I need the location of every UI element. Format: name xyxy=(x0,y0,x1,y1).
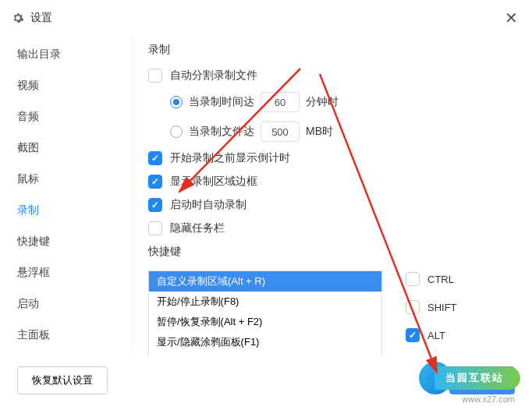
label-show-border: 显示录制区域边框 xyxy=(170,175,257,189)
sidebar-item-output[interactable]: 输出目录 xyxy=(0,39,132,70)
modifier-column: CTRL SHIFT ALT xyxy=(406,270,457,342)
hotkey-list[interactable]: 自定义录制区域(Alt + R) 开始/停止录制(F8) 暂停/恢复录制(Alt… xyxy=(148,270,382,355)
sidebar-item-mouse[interactable]: 鼠标 xyxy=(0,164,132,195)
sidebar-item-screenshot[interactable]: 截图 xyxy=(0,133,132,164)
watermark-text: 当园互联站 xyxy=(434,366,520,390)
checkbox-shift[interactable] xyxy=(406,300,420,314)
row-auto-record: 启动时自动录制 xyxy=(148,198,532,212)
checkbox-countdown[interactable] xyxy=(148,151,162,165)
main-area: 输出目录 视频 音频 截图 鼠标 录制 快捷键 悬浮框 启动 主面板 录制 自动… xyxy=(0,35,532,355)
sidebar-item-mainpanel[interactable]: 主面板 xyxy=(0,320,132,351)
input-time-value[interactable] xyxy=(261,92,300,112)
content-panel: 录制 自动分割录制文件 当录制时间达 分钟时 当录制文件达 MB时 开始录制之前… xyxy=(133,35,532,355)
radio-by-size[interactable] xyxy=(170,125,183,138)
label-countdown: 开始录制之前显示倒计时 xyxy=(170,151,290,165)
section-title-hotkey: 快捷键 xyxy=(148,245,532,259)
radio-by-time[interactable] xyxy=(170,96,183,108)
sidebar-item-video[interactable]: 视频 xyxy=(0,70,132,101)
sidebar-item-startup[interactable]: 启动 xyxy=(0,288,132,320)
row-auto-split: 自动分割录制文件 xyxy=(148,69,532,83)
checkbox-hide-taskbar[interactable] xyxy=(148,221,162,235)
label-auto-record: 启动时自动录制 xyxy=(170,198,246,212)
close-button[interactable]: ✕ xyxy=(502,9,520,27)
checkbox-ctrl[interactable] xyxy=(406,272,420,286)
label-hide-taskbar: 隐藏任务栏 xyxy=(170,221,225,235)
label-by-time-suffix: 分钟时 xyxy=(306,95,339,109)
checkbox-auto-record[interactable] xyxy=(148,198,162,212)
watermark-url: www.x27.com xyxy=(462,394,515,404)
label-shift: SHIFT xyxy=(427,302,457,313)
row-by-time: 当录制时间达 分钟时 xyxy=(148,92,532,112)
hotkey-area: 自定义录制区域(Alt + R) 开始/停止录制(F8) 暂停/恢复录制(Alt… xyxy=(148,270,532,355)
hotkey-item-start-stop[interactable]: 开始/停止录制(F8) xyxy=(149,292,381,312)
checkbox-alt[interactable] xyxy=(406,328,420,342)
modifier-shift-row: SHIFT xyxy=(406,300,457,314)
hotkey-item-pause-resume[interactable]: 暂停/恢复录制(Alt + F2) xyxy=(149,312,381,332)
label-by-size-suffix: MB时 xyxy=(306,125,333,139)
section-title-record: 录制 xyxy=(148,43,532,57)
label-by-size-prefix: 当录制文件达 xyxy=(189,125,254,139)
modifier-ctrl-row: CTRL xyxy=(406,272,457,286)
label-ctrl: CTRL xyxy=(427,274,454,285)
checkbox-show-border[interactable] xyxy=(148,175,162,189)
row-by-size: 当录制文件达 MB时 xyxy=(148,122,532,142)
gear-icon xyxy=(12,12,24,24)
hotkey-item-doodle-panel[interactable]: 显示/隐藏涂鸦面板(F1) xyxy=(149,332,381,352)
hotkey-item-custom-region[interactable]: 自定义录制区域(Alt + R) xyxy=(149,271,381,292)
sidebar-item-hotkey[interactable]: 快捷键 xyxy=(0,226,132,257)
row-show-border: 显示录制区域边框 xyxy=(148,175,532,189)
modifier-alt-row: ALT xyxy=(406,328,457,342)
watermark: 当园互联站 xyxy=(419,362,520,394)
label-auto-split: 自动分割录制文件 xyxy=(170,69,257,83)
checkbox-auto-split[interactable] xyxy=(148,69,162,83)
label-by-time-prefix: 当录制时间达 xyxy=(189,95,254,109)
row-countdown: 开始录制之前显示倒计时 xyxy=(148,151,532,165)
reset-button[interactable]: 恢复默认设置 xyxy=(17,366,108,394)
header-left: 设置 xyxy=(12,11,52,25)
sidebar: 输出目录 视频 音频 截图 鼠标 录制 快捷键 悬浮框 启动 主面板 xyxy=(0,35,133,355)
label-alt: ALT xyxy=(427,330,445,341)
input-size-value[interactable] xyxy=(261,122,300,142)
sidebar-item-float[interactable]: 悬浮框 xyxy=(0,257,132,288)
sidebar-item-record[interactable]: 录制 xyxy=(0,195,132,226)
window-title: 设置 xyxy=(30,11,52,25)
sidebar-item-audio[interactable]: 音频 xyxy=(0,101,132,133)
window-header: 设置 ✕ xyxy=(0,0,532,35)
row-hide-taskbar: 隐藏任务栏 xyxy=(148,221,532,235)
hotkey-item-screenshot[interactable]: 截图(Alt + L) xyxy=(149,352,381,355)
